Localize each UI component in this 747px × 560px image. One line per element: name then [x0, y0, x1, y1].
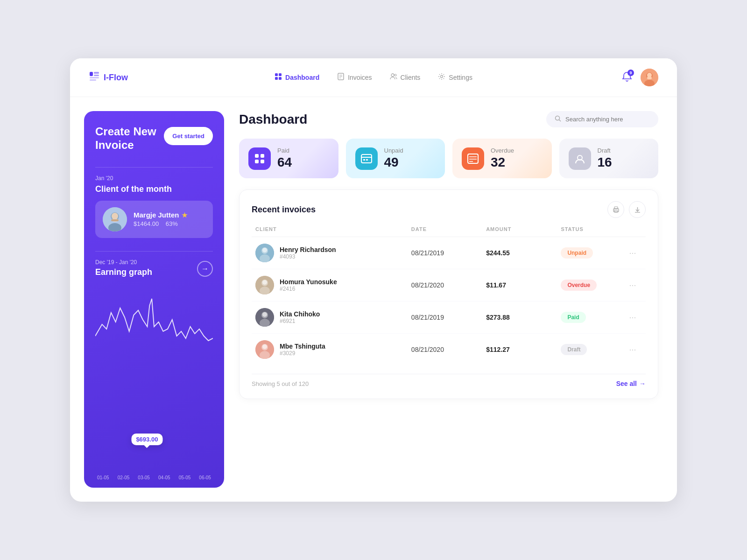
- stat-cards: Paid 64 Unpaid 4: [239, 139, 658, 178]
- graph-label-area: Dec '19 - Jan '20 Earning graph: [95, 259, 152, 277]
- client-meta: $1464.00 63%: [134, 220, 205, 227]
- nav-invoices[interactable]: Invoices: [337, 73, 372, 82]
- create-invoice-title: Create New Invoice: [95, 125, 161, 152]
- draft-icon: [569, 147, 591, 170]
- row-avatar: [255, 340, 274, 359]
- graph-title: Earning graph: [95, 267, 152, 277]
- invoices-actions: [607, 201, 646, 218]
- svg-rect-3: [90, 77, 99, 78]
- row-date: 08/21/2019: [411, 314, 486, 321]
- svg-rect-32: [261, 160, 264, 163]
- more-options-button[interactable]: ···: [623, 345, 642, 355]
- stat-label-overdue: Overdue: [491, 147, 514, 154]
- client-name: Margje Jutten ★: [134, 211, 205, 219]
- more-options-button[interactable]: ···: [623, 280, 642, 290]
- nav-dashboard[interactable]: Dashboard: [275, 73, 319, 82]
- x-label-2: 03-05: [138, 475, 150, 480]
- nav-clients-label: Clients: [401, 74, 421, 81]
- stat-info-draft: Draft 16: [598, 147, 612, 170]
- row-status: Paid: [561, 312, 623, 323]
- more-options-button[interactable]: ···: [623, 313, 642, 322]
- client-card: Margje Jutten ★ $1464.00 63%: [95, 201, 213, 238]
- overdue-icon: [462, 147, 484, 170]
- row-avatar: [255, 244, 274, 262]
- nav-settings-label: Settings: [449, 74, 472, 81]
- dashboard-icon: [275, 73, 282, 82]
- row-status: Draft: [561, 344, 623, 355]
- header-right: 9: [556, 69, 658, 86]
- client-cell: Henry Richardson #4093: [255, 244, 411, 262]
- x-label-3: 04-05: [158, 475, 170, 480]
- svg-rect-31: [255, 160, 259, 163]
- nav-settings[interactable]: Settings: [438, 73, 472, 82]
- notification-button[interactable]: 9: [622, 71, 632, 84]
- svg-rect-2: [94, 75, 99, 76]
- graph-header: Dec '19 - Jan '20 Earning graph →: [95, 259, 213, 277]
- row-invoice-id: #4093: [280, 253, 336, 260]
- settings-icon: [438, 73, 445, 82]
- svg-rect-26: [111, 219, 119, 221]
- row-status: Unpaid: [561, 247, 623, 259]
- create-invoice-section: Create New Invoice Get started: [95, 125, 213, 152]
- stat-value-draft: 16: [598, 155, 612, 170]
- header: I-Flow Dashboard: [70, 58, 677, 97]
- stat-info-overdue: Overdue 32: [491, 147, 514, 170]
- svg-rect-20: [647, 77, 652, 79]
- dashboard-header: Dashboard: [239, 111, 658, 127]
- search-input[interactable]: [565, 116, 650, 123]
- th-amount: AMOUNT: [486, 226, 561, 232]
- graph-tooltip: $693.00: [131, 434, 162, 445]
- client-name-group: Henry Richardson #4093: [280, 246, 336, 260]
- th-date: DATE: [411, 226, 486, 232]
- svg-rect-33: [361, 154, 372, 163]
- graph-area: $693.00: [95, 285, 213, 472]
- svg-point-15: [441, 76, 443, 78]
- row-amount: $244.55: [486, 249, 561, 257]
- svg-rect-37: [468, 154, 478, 163]
- unpaid-icon: [355, 147, 378, 170]
- more-options-button[interactable]: ···: [623, 248, 642, 258]
- table-header: CLIENT DATE AMOUNT STATUS: [252, 226, 646, 237]
- svg-rect-35: [363, 159, 365, 161]
- svg-rect-36: [366, 159, 368, 161]
- invoices-section-header: Recent invoices: [252, 201, 646, 218]
- dashboard-title: Dashboard: [239, 112, 307, 127]
- graph-period-label: Dec '19 - Jan '20: [95, 259, 152, 266]
- status-badge: Draft: [561, 344, 587, 355]
- client-month-title: Client of the month: [95, 184, 213, 194]
- x-label-1: 02-05: [118, 475, 130, 480]
- logo-icon: [89, 70, 100, 84]
- svg-rect-1: [94, 72, 99, 74]
- x-label-4: 05-05: [179, 475, 191, 480]
- user-avatar-button[interactable]: [641, 69, 658, 86]
- row-date: 08/21/2020: [411, 281, 486, 289]
- stat-card-unpaid: Unpaid 49: [346, 139, 445, 178]
- stat-label-draft: Draft: [598, 147, 612, 154]
- stat-value-unpaid: 49: [384, 155, 403, 170]
- print-button[interactable]: [607, 201, 624, 218]
- stat-label-paid: Paid: [277, 147, 292, 154]
- svg-rect-5: [275, 73, 278, 76]
- clients-icon: [390, 73, 397, 82]
- graph-arrow-button[interactable]: →: [197, 261, 213, 277]
- svg-point-14: [395, 74, 396, 76]
- stat-label-unpaid: Unpaid: [384, 147, 403, 154]
- table-row: Mbe Tshinguta #3029 08/21/2020 $112.27 D…: [252, 334, 646, 365]
- status-badge: Unpaid: [561, 247, 593, 259]
- th-client: CLIENT: [255, 226, 411, 232]
- stat-card-draft: Draft 16: [559, 139, 659, 178]
- row-client-name: Henry Richardson: [280, 246, 336, 253]
- svg-rect-4: [90, 79, 96, 81]
- nav-clients[interactable]: Clients: [390, 73, 421, 82]
- logo-area: I-Flow: [89, 70, 191, 84]
- divider-2: [95, 251, 213, 252]
- download-button[interactable]: [629, 201, 646, 218]
- app-container: I-Flow Dashboard: [70, 58, 677, 502]
- svg-point-51: [262, 248, 267, 252]
- stat-card-overdue: Overdue 32: [452, 139, 552, 178]
- see-all-link[interactable]: See all →: [616, 380, 646, 387]
- svg-line-28: [559, 120, 561, 122]
- get-started-button[interactable]: Get started: [164, 127, 213, 145]
- logo-text: I-Flow: [104, 73, 128, 83]
- svg-point-24: [112, 213, 118, 219]
